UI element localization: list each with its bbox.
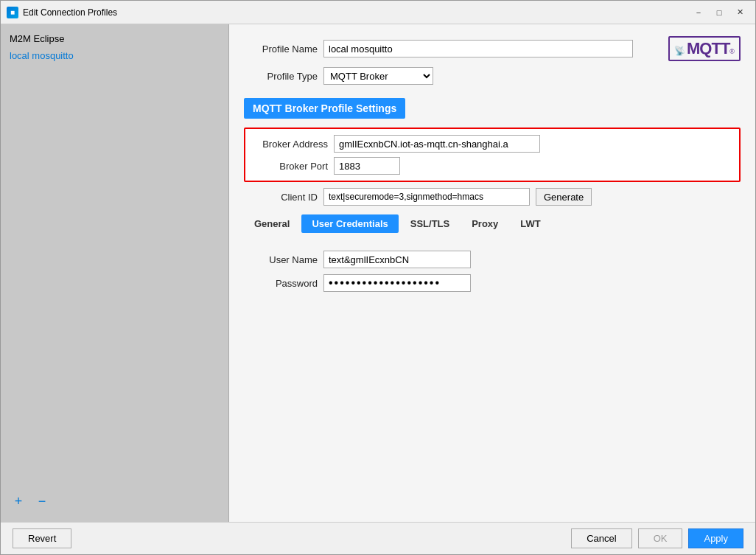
window-title: Edit Connection Profiles <box>23 7 689 18</box>
bottom-left-actions: Revert <box>13 528 71 548</box>
tab-general[interactable]: General <box>244 214 300 233</box>
username-input[interactable] <box>323 251 471 268</box>
bottom-bar: Revert Cancel OK Apply <box>1 522 755 554</box>
profile-type-select[interactable]: MQTT BrokerMQTT Virtual Broker <box>323 67 433 85</box>
client-id-row: Client ID Generate <box>244 188 741 206</box>
mqtt-logo-sub: ® <box>729 48 735 55</box>
broker-port-label: Broker Port <box>254 161 328 172</box>
password-input[interactable] <box>323 274 471 292</box>
close-button[interactable]: ✕ <box>730 5 749 20</box>
tab-ssl-tls[interactable]: SSL/TLS <box>400 214 460 233</box>
section-header: MQTT Broker Profile Settings <box>244 91 741 128</box>
broker-highlight-box: Broker Address Broker Port <box>244 128 741 182</box>
broker-port-row: Broker Port <box>254 157 730 175</box>
profile-type-controls: MQTT BrokerMQTT Virtual Broker <box>323 67 433 85</box>
tab-user-credentials[interactable]: User Credentials <box>301 214 398 233</box>
title-bar: ■ Edit Connection Profiles − □ ✕ <box>1 1 755 24</box>
ok-button[interactable]: OK <box>638 528 683 548</box>
add-profile-button[interactable]: + <box>10 492 27 510</box>
bottom-right-actions: Cancel OK Apply <box>571 528 743 548</box>
broker-address-row: Broker Address <box>254 135 730 153</box>
profile-name-input[interactable] <box>323 40 633 57</box>
sidebar-item-m2m-eclipse[interactable]: M2M Eclipse <box>1 30 228 47</box>
broker-address-input[interactable] <box>334 135 540 153</box>
main-panel: Profile Name 📡 MQTT ® Profile Type MQTT … <box>229 24 755 522</box>
tab-bar: General User Credentials SSL/TLS Proxy L… <box>244 214 741 233</box>
sidebar-footer: + − <box>1 486 228 516</box>
mqtt-logo-text: MQTT <box>687 39 729 58</box>
sidebar: M2M Eclipse local mosquitto + − <box>1 24 229 522</box>
profile-type-row: Profile Type MQTT BrokerMQTT Virtual Bro… <box>244 67 741 85</box>
username-row: User Name <box>244 251 741 268</box>
profile-name-row: Profile Name 📡 MQTT ® <box>244 36 741 61</box>
password-label: Password <box>244 278 318 289</box>
content-area: M2M Eclipse local mosquitto + − Profile … <box>1 24 755 522</box>
generate-button[interactable]: Generate <box>536 188 592 206</box>
broker-port-input[interactable] <box>334 157 400 175</box>
minimize-button[interactable]: − <box>689 5 708 20</box>
client-id-label: Client ID <box>244 192 318 203</box>
credentials-section: User Name Password <box>244 245 741 304</box>
tab-lwt[interactable]: LWT <box>510 214 550 233</box>
window-icon: ■ <box>7 7 18 18</box>
revert-button[interactable]: Revert <box>13 528 71 548</box>
apply-button[interactable]: Apply <box>688 528 743 548</box>
profile-name-label: Profile Name <box>244 43 318 55</box>
antenna-icon: 📡 <box>674 46 685 56</box>
edit-connection-profiles-window: ■ Edit Connection Profiles − □ ✕ M2M Ecl… <box>0 0 756 555</box>
sidebar-item-local-mosquitto[interactable]: local mosquitto <box>1 47 228 64</box>
window-controls: − □ ✕ <box>689 5 749 20</box>
maximize-button[interactable]: □ <box>710 5 729 20</box>
remove-profile-button[interactable]: − <box>33 492 51 510</box>
cancel-button[interactable]: Cancel <box>571 528 631 548</box>
password-row: Password <box>244 274 741 292</box>
username-label: User Name <box>244 254 318 265</box>
mqtt-logo: 📡 MQTT ® <box>668 36 741 61</box>
tab-proxy[interactable]: Proxy <box>461 214 508 233</box>
profile-type-label: Profile Type <box>244 71 318 82</box>
broker-address-label: Broker Address <box>254 139 328 150</box>
client-id-input[interactable] <box>323 188 530 206</box>
